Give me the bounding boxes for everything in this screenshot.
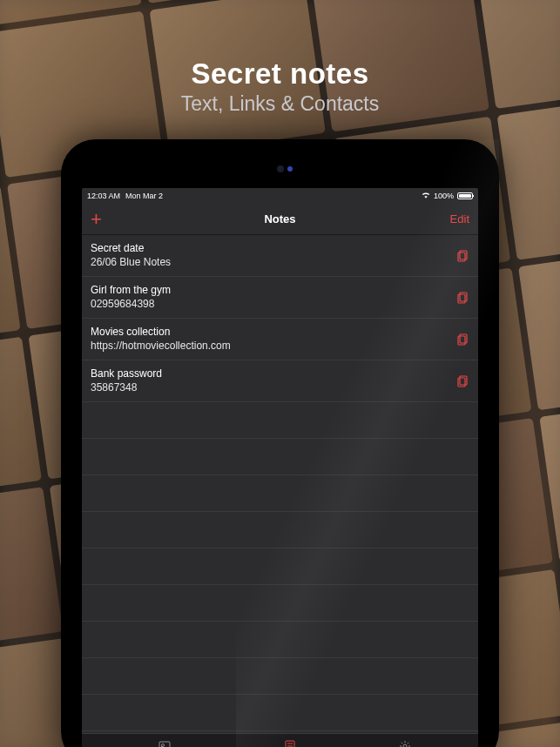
empty-row	[82, 658, 478, 695]
note-icon	[284, 740, 296, 748]
notes-list[interactable]: Secret date 26/06 Blue Notes Girl from t…	[82, 235, 478, 733]
note-row[interactable]: Secret date 26/06 Blue Notes	[82, 235, 478, 277]
svg-point-14	[403, 744, 407, 748]
empty-row	[82, 622, 478, 658]
wifi-icon	[422, 192, 430, 200]
note-title: Girl from the gym	[91, 284, 455, 298]
note-row[interactable]: Bank password 35867348	[82, 360, 478, 402]
note-title: Movies collection	[91, 326, 455, 340]
empty-row	[82, 475, 478, 512]
tab-settings[interactable]: Settings	[393, 740, 418, 748]
photo-icon	[159, 740, 171, 748]
status-time: 12:03 AM	[87, 192, 120, 200]
gear-icon	[399, 740, 411, 748]
note-row[interactable]: Girl from the gym 02959684398	[82, 277, 478, 319]
tab-photo-video[interactable]: Photo & Video	[142, 740, 186, 748]
note-subtitle: 02959684398	[91, 298, 455, 312]
empty-row	[82, 585, 478, 622]
note-row[interactable]: Movies collection https://hotmoviecollec…	[82, 319, 478, 360]
page-title: Notes	[143, 212, 417, 225]
add-note-button[interactable]: +	[91, 210, 102, 229]
tablet-screen: 12:03 AM Mon Mar 2 100% + Notes Edit Sec…	[82, 188, 478, 747]
promo-subtitle: Text, Links & Contacts	[0, 92, 560, 116]
navigation-bar: + Notes Edit	[82, 204, 478, 235]
copy-icon[interactable]	[455, 249, 469, 263]
empty-row	[82, 695, 478, 731]
note-subtitle: 26/06 Blue Notes	[91, 256, 455, 270]
copy-icon[interactable]	[455, 374, 469, 388]
promo-title: Secret notes	[0, 57, 560, 91]
copy-icon[interactable]	[455, 291, 469, 305]
battery-percent: 100%	[434, 192, 454, 200]
status-date: Mon Mar 2	[125, 192, 163, 200]
copy-icon[interactable]	[455, 333, 469, 347]
edit-button[interactable]: Edit	[417, 212, 469, 225]
note-title: Bank password	[91, 367, 455, 381]
empty-row	[82, 402, 478, 439]
empty-row	[82, 548, 478, 585]
note-subtitle: https://hotmoviecollection.com	[91, 340, 455, 353]
promo-heading: Secret notes Text, Links & Contacts	[0, 57, 560, 116]
note-title: Secret date	[91, 242, 455, 256]
empty-row	[82, 512, 478, 548]
tablet-camera	[277, 165, 284, 172]
tab-text-link[interactable]: Text & Link	[273, 740, 307, 748]
tab-bar: Photo & Video Text & Link Settings	[82, 733, 478, 747]
empty-row	[82, 439, 478, 475]
battery-icon	[457, 192, 473, 199]
tablet-device-frame: 12:03 AM Mon Mar 2 100% + Notes Edit Sec…	[61, 139, 499, 747]
status-bar: 12:03 AM Mon Mar 2 100%	[82, 188, 478, 204]
note-subtitle: 35867348	[91, 381, 455, 395]
